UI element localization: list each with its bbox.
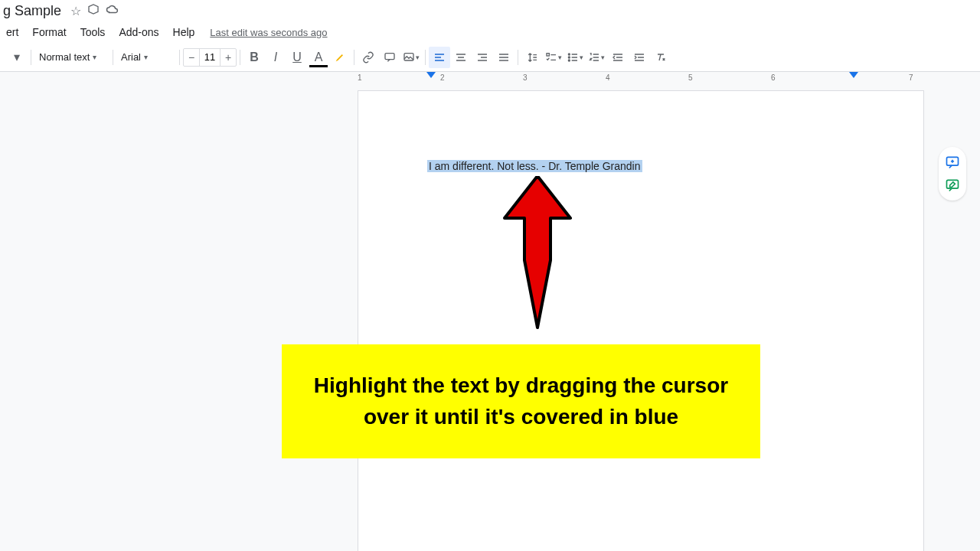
underline-button[interactable]: U bbox=[286, 47, 308, 68]
font-select[interactable]: Arial bbox=[116, 48, 176, 67]
separator bbox=[425, 50, 426, 65]
ruler-indent-marker[interactable] bbox=[426, 72, 436, 81]
cloud-icon[interactable] bbox=[106, 4, 119, 18]
ruler-number: 3 bbox=[523, 73, 528, 82]
star-icon[interactable]: ☆ bbox=[70, 4, 81, 18]
svg-point-4 bbox=[568, 57, 570, 58]
menu-help[interactable]: Help bbox=[167, 23, 201, 41]
menu-format[interactable]: Format bbox=[26, 23, 72, 41]
align-right-button[interactable] bbox=[472, 47, 493, 68]
font-size-decrease[interactable]: − bbox=[184, 49, 199, 66]
bold-button[interactable]: B bbox=[243, 47, 265, 68]
separator bbox=[354, 50, 354, 65]
separator bbox=[31, 50, 31, 65]
last-edit-link[interactable]: Last edit was seconds ago bbox=[210, 27, 327, 38]
document-canvas: I am different. Not less. - Dr. Temple G… bbox=[0, 86, 980, 551]
menu-addons[interactable]: Add-ons bbox=[113, 23, 165, 41]
document-page[interactable]: I am different. Not less. - Dr. Temple G… bbox=[358, 90, 924, 551]
menu-insert[interactable]: ert bbox=[0, 23, 24, 41]
numbered-list-button[interactable]: ▾ bbox=[586, 47, 607, 68]
highlight-color-button[interactable] bbox=[329, 47, 351, 68]
separator bbox=[179, 50, 180, 65]
suggest-edits-icon[interactable] bbox=[943, 176, 962, 194]
ruler-number: 7 bbox=[909, 73, 913, 82]
decrease-indent-button[interactable] bbox=[607, 47, 629, 68]
font-size-group: − 11 + bbox=[183, 48, 237, 67]
annotation-arrow bbox=[503, 176, 572, 332]
separator bbox=[518, 50, 518, 65]
selected-text[interactable]: I am different. Not less. - Dr. Temple G… bbox=[427, 160, 642, 172]
checklist-button[interactable]: ▾ bbox=[543, 47, 564, 68]
side-panel bbox=[939, 147, 966, 201]
ruler[interactable]: 1 2 3 4 5 6 7 bbox=[0, 72, 980, 86]
increase-indent-button[interactable] bbox=[629, 47, 650, 68]
separator bbox=[113, 50, 113, 65]
svg-point-3 bbox=[568, 54, 570, 55]
title-bar: g Sample ☆ bbox=[0, 0, 980, 21]
annotation-callout: Highlight the text by dragging the curso… bbox=[282, 344, 760, 458]
ruler-number: 1 bbox=[358, 73, 362, 82]
font-size-value[interactable]: 11 bbox=[199, 49, 220, 66]
ruler-number: 2 bbox=[440, 73, 445, 82]
insert-link-button[interactable] bbox=[358, 47, 379, 68]
ruler-number: 6 bbox=[771, 73, 776, 82]
more-dropdown[interactable]: ▾ bbox=[6, 47, 28, 68]
document-title[interactable]: g Sample bbox=[0, 3, 64, 19]
svg-marker-7 bbox=[849, 72, 858, 78]
align-justify-button[interactable] bbox=[493, 47, 514, 68]
paragraph-style-select[interactable]: Normal text bbox=[34, 48, 109, 67]
insert-comment-button[interactable] bbox=[379, 47, 400, 68]
menu-tools[interactable]: Tools bbox=[74, 23, 112, 41]
clear-formatting-button[interactable] bbox=[650, 47, 671, 68]
move-icon[interactable] bbox=[87, 3, 100, 18]
italic-button[interactable]: I bbox=[265, 47, 286, 68]
separator bbox=[240, 50, 240, 65]
toolbar: ▾ Normal text Arial − 11 + B I U A ▾ ▾ bbox=[0, 43, 980, 72]
bulleted-list-button[interactable]: ▾ bbox=[564, 47, 586, 68]
svg-marker-8 bbox=[505, 176, 570, 328]
insert-image-button[interactable]: ▾ bbox=[400, 47, 422, 68]
svg-marker-6 bbox=[426, 72, 436, 78]
svg-rect-2 bbox=[547, 53, 549, 55]
svg-rect-0 bbox=[385, 53, 394, 59]
ruler-number: 5 bbox=[688, 73, 693, 82]
add-comment-icon[interactable] bbox=[943, 153, 962, 171]
line-spacing-button[interactable] bbox=[521, 47, 543, 68]
text-color-button[interactable]: A bbox=[308, 47, 329, 68]
align-left-button[interactable] bbox=[429, 47, 450, 68]
svg-point-5 bbox=[568, 60, 570, 61]
align-center-button[interactable] bbox=[450, 47, 472, 68]
font-size-increase[interactable]: + bbox=[220, 49, 236, 66]
menu-bar: ert Format Tools Add-ons Help Last edit … bbox=[0, 21, 980, 43]
ruler-number: 4 bbox=[606, 73, 610, 82]
